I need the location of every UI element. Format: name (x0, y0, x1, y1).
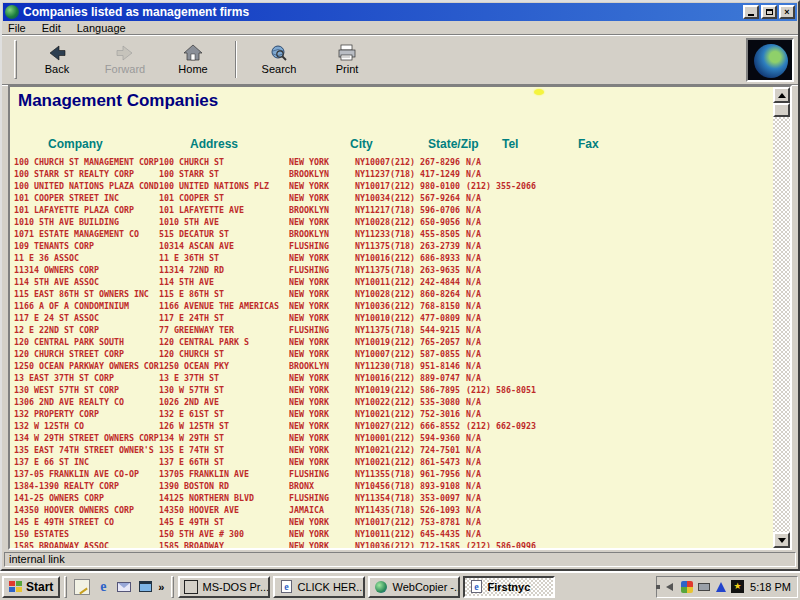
table-row: 1166 A OF A CONDOMINIUM1166 AVENUE THE A… (14, 300, 770, 312)
table-row: 11314 OWNERS CORP11314 72ND RDFLUSHINGNY… (14, 264, 770, 276)
table-row: 100 STARR ST REALTY CORP100 STARR STBROO… (14, 168, 770, 180)
quick-launch-overflow-chevron[interactable]: » (158, 581, 164, 593)
search-icon (268, 44, 290, 62)
table-row: 134 W 29TH STREET OWNERS CORP134 W 29TH … (14, 432, 770, 444)
home-icon (182, 44, 204, 62)
header-statezip: State/Zip (428, 137, 479, 151)
restore-button[interactable] (761, 5, 777, 19)
forward-button[interactable]: Forward (91, 37, 159, 82)
table-row: 132 PROPERTY CORP132 E 61ST STNEW YORKNY… (14, 408, 770, 420)
table-row: 101 COOPER STREET INC101 COOPER STNEW YO… (14, 192, 770, 204)
taskbar-divider-2 (171, 576, 174, 598)
arrow-down-icon (778, 538, 786, 543)
header-fax: Fax (578, 137, 599, 151)
search-label: Search (262, 63, 297, 75)
table-row: 135 EAST 74TH STREET OWNER'S135 E 74TH S… (14, 444, 770, 456)
menu-edit[interactable]: Edit (42, 22, 61, 34)
browser-window: Companies listed as management firms × F… (0, 0, 800, 571)
table-row: 1071 ESTATE MANAGEMENT CO515 DECATUR STB… (14, 228, 770, 240)
home-label: Home (178, 63, 207, 75)
menu-file[interactable]: File (8, 22, 26, 34)
task-label: WebCopier -... (392, 581, 460, 593)
task-msdos[interactable]: MS-DOS Pr... (178, 576, 270, 598)
header-company: Company (48, 137, 103, 151)
window-title: Companies listed as management firms (23, 5, 741, 19)
table-row: 11 E 36 ASSOC11 E 36TH STNEW YORKNY10016… (14, 252, 770, 264)
display-settings-icon[interactable] (680, 580, 693, 593)
table-row: 1384-1390 REALTY CORP1390 BOSTON RDBRONX… (14, 480, 770, 492)
print-icon (336, 44, 358, 62)
table-row: 145 E 49TH STREET CO145 E 49TH STNEW YOR… (14, 516, 770, 528)
menubar: File Edit Language (2, 22, 798, 35)
table-row: 137-05 FRANKLIN AVE CO-OP13705 FRANKLIN … (14, 468, 770, 480)
mail-icon[interactable] (116, 579, 132, 595)
print-button[interactable]: Print (313, 37, 381, 82)
vertical-scrollbar[interactable] (773, 87, 790, 548)
table-row: 100 UNITED NATIONS PLAZA COND100 UNITED … (14, 180, 770, 192)
task-firstnyc[interactable]: e Firstnyc (463, 576, 555, 598)
sparkle-mark (534, 89, 544, 95)
task-webcopier[interactable]: WebCopier -... (368, 576, 460, 598)
table-row: 137 E 66 ST INC137 E 66TH STNEW YORKNY10… (14, 456, 770, 468)
network-icon[interactable] (714, 580, 727, 593)
clock: 5:18 PM (750, 581, 791, 593)
close-button[interactable]: × (779, 5, 795, 19)
header-tel: Tel (502, 137, 518, 151)
header-city: City (350, 137, 373, 151)
table-row: 12 E 22ND ST CORP77 GREENWAY TERFLUSHING… (14, 324, 770, 336)
page-title: Management Companies (18, 91, 218, 111)
start-label: Start (26, 580, 53, 594)
scrollbar-thumb[interactable] (773, 103, 790, 117)
scheduler-icon[interactable]: ★ (731, 580, 744, 593)
table-row: 114 5TH AVE ASSOC114 5TH AVENEW YORKNY10… (14, 276, 770, 288)
ie-page-icon: e (279, 580, 293, 594)
table-row: 120 CENTRAL PARK SOUTH120 CENTRAL PARK S… (14, 336, 770, 348)
home-button[interactable]: Home (159, 37, 227, 82)
table-row: 13 EAST 37TH ST CORP13 E 37TH STNEW YORK… (14, 372, 770, 384)
msdos-icon (184, 580, 198, 594)
table-row: 150 ESTATES150 5TH AVE # 300NEW YORKNY10… (14, 528, 770, 540)
back-label: Back (45, 63, 69, 75)
task-click-here[interactable]: e CLICK HER... (273, 576, 365, 598)
internet-explorer-icon[interactable]: e (95, 579, 111, 595)
table-row: 1010 5TH AVE BUILDING1010 5TH AVENEW YOR… (14, 216, 770, 228)
titlebar[interactable]: Companies listed as management firms × (3, 3, 797, 21)
page-content: Management Companies Company Address Cit… (8, 85, 792, 550)
printer-tray-icon[interactable] (697, 580, 710, 593)
table-row: 117 E 24 ST ASSOC117 E 24TH STNEW YORKNY… (14, 312, 770, 324)
table-row: 109 TENANTS CORP10314 ASCAN AVEFLUSHINGN… (14, 240, 770, 252)
table-row: 130 WEST 57TH ST CORP130 W 57TH STNEW YO… (14, 384, 770, 396)
task-label: Firstnyc (487, 581, 530, 593)
scroll-down-button[interactable] (773, 532, 790, 548)
scroll-up-button[interactable] (773, 87, 790, 103)
search-button[interactable]: Search (245, 37, 313, 82)
minimize-button[interactable] (743, 5, 759, 19)
back-arrow-icon (46, 44, 68, 62)
table-header-row: Company Address City State/Zip Tel Fax (10, 137, 790, 151)
taskbar-divider (64, 576, 67, 598)
task-label: CLICK HER... (297, 581, 365, 593)
webcopier-icon (374, 580, 388, 594)
globe-logo (746, 38, 794, 82)
table-body: 100 CHURCH ST MANAGEMENT CORP100 CHURCH … (14, 156, 770, 550)
arrow-up-icon (778, 93, 786, 98)
table-row: 1585 BROADWAY ASSOC1585 BROADWAYNEW YORK… (14, 540, 770, 550)
toolbar-grip[interactable] (14, 40, 17, 79)
windows-logo-icon (9, 581, 23, 593)
show-desktop-icon[interactable] (74, 579, 90, 595)
table-row: 120 CHURCH STREET CORP120 CHURCH STNEW Y… (14, 348, 770, 360)
start-button[interactable]: Start (2, 576, 60, 598)
back-button[interactable]: Back (23, 37, 91, 82)
taskbar: Start e » MS-DOS Pr... e CLICK HER... We… (0, 571, 800, 600)
menu-language[interactable]: Language (77, 22, 126, 34)
earth-icon (754, 44, 788, 78)
volume-icon[interactable] (663, 580, 676, 593)
print-label: Print (336, 63, 359, 75)
table-row: 1250 OCEAN PARKWAY OWNERS COR1250 OCEAN … (14, 360, 770, 372)
channels-icon[interactable] (137, 579, 153, 595)
table-row: 101 LAFAYETTE PLAZA CORP101 LAFAYETTE AV… (14, 204, 770, 216)
table-row: 1306 2ND AVE REALTY CO1026 2ND AVENEW YO… (14, 396, 770, 408)
header-address: Address (190, 137, 238, 151)
table-row: 141-25 OWNERS CORP14125 NORTHERN BLVDFLU… (14, 492, 770, 504)
task-label: MS-DOS Pr... (202, 581, 269, 593)
